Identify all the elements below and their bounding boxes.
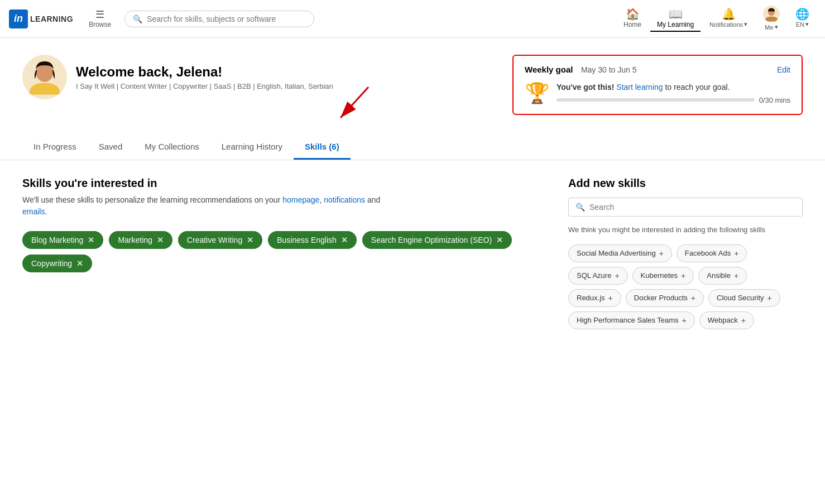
search-input[interactable] bbox=[147, 15, 306, 23]
home-icon: 🏠 bbox=[626, 8, 640, 20]
skills-title: Skills you're interested in bbox=[22, 177, 546, 190]
skills-left: Skills you're interested in We'll use th… bbox=[22, 177, 546, 329]
progress-label: 0/30 mins bbox=[759, 96, 790, 104]
progress-bar-container: 0/30 mins bbox=[557, 96, 790, 104]
weekly-goal-title-area: Weekly goal May 30 to Jun 5 bbox=[525, 65, 637, 75]
add-docker-products-icon: + bbox=[691, 294, 696, 303]
skill-tag-copywriting[interactable]: Copywriting ✕ bbox=[22, 255, 92, 272]
skill-tag-marketing[interactable]: Marketing ✕ bbox=[109, 231, 172, 249]
remove-seo[interactable]: ✕ bbox=[496, 236, 503, 244]
tabs-section: In Progress Saved My Collections Learnin… bbox=[0, 124, 825, 160]
tab-skills[interactable]: Skills (6) bbox=[294, 135, 351, 160]
skill-tag-seo[interactable]: Search Engine Optimization (SEO) ✕ bbox=[362, 231, 512, 249]
skill-tag-blog-marketing[interactable]: Blog Marketing ✕ bbox=[22, 231, 103, 249]
tab-learning-history[interactable]: Learning History bbox=[210, 135, 294, 160]
bell-icon: 🔔 bbox=[722, 8, 736, 20]
add-redux-js-icon: + bbox=[608, 294, 613, 303]
nav-notifications[interactable]: 🔔 Notifications ▾ bbox=[703, 6, 754, 31]
browse-button[interactable]: ☰ Browse bbox=[84, 7, 116, 31]
skills-right: Add new skills 🔍 We think you might be i… bbox=[568, 177, 803, 329]
skills-description: We'll use these skills to personalize th… bbox=[22, 194, 546, 218]
message-bold: You've got this! bbox=[557, 83, 614, 92]
tabs: In Progress Saved My Collections Learnin… bbox=[22, 135, 803, 160]
remove-creative-writing[interactable]: ✕ bbox=[247, 236, 253, 244]
remove-marketing[interactable]: ✕ bbox=[157, 236, 164, 244]
remove-copywriting[interactable]: ✕ bbox=[76, 259, 83, 268]
tab-saved[interactable]: Saved bbox=[88, 135, 134, 160]
profile-section: Welcome back, Jelena! I Say It Well | Co… bbox=[0, 38, 825, 115]
notifications-link[interactable]: notifications bbox=[324, 195, 365, 204]
en-chevron: ▾ bbox=[805, 21, 809, 28]
search-bar[interactable]: 🔍 bbox=[124, 11, 314, 27]
add-skills-title: Add new skills bbox=[568, 177, 803, 190]
homepage-link[interactable]: homepage bbox=[282, 195, 319, 204]
nav-home[interactable]: 🏠 Home bbox=[617, 6, 648, 32]
nav-en[interactable]: 🌐 EN ▾ bbox=[789, 6, 816, 31]
suggested-skill-webpack[interactable]: Webpack + bbox=[699, 311, 754, 329]
add-skills-input[interactable] bbox=[589, 203, 795, 212]
book-icon: 📖 bbox=[669, 8, 683, 20]
tab-my-collections[interactable]: My Collections bbox=[133, 135, 210, 160]
weekly-goal-date: May 30 to Jun 5 bbox=[581, 65, 637, 74]
suggested-skill-redux-js[interactable]: Redux.js + bbox=[568, 289, 621, 307]
globe-icon: 🌐 bbox=[795, 8, 809, 20]
suggested-skill-sql-azure[interactable]: SQL Azure + bbox=[568, 267, 628, 285]
tab-in-progress[interactable]: In Progress bbox=[22, 135, 88, 160]
search-icon: 🔍 bbox=[133, 15, 142, 23]
skills-main: Skills you're interested in We'll use th… bbox=[0, 160, 825, 346]
weekly-goal-header: Weekly goal May 30 to Jun 5 Edit bbox=[525, 65, 790, 75]
add-facebook-ads-icon: + bbox=[734, 249, 738, 258]
learning-label: LEARNING bbox=[30, 15, 73, 23]
add-cloud-security-icon: + bbox=[768, 294, 772, 303]
en-label: EN ▾ bbox=[796, 21, 809, 28]
message-link[interactable]: Start learning bbox=[616, 83, 663, 92]
remove-blog-marketing[interactable]: ✕ bbox=[88, 236, 94, 244]
edit-button[interactable]: Edit bbox=[777, 65, 790, 74]
weekly-goal-title: Weekly goal bbox=[525, 65, 573, 74]
trophy-icon: 🏆 bbox=[525, 81, 550, 105]
weekly-goal-text-area: You've got this! Start learning to reach… bbox=[557, 83, 790, 104]
add-skills-search-bar[interactable]: 🔍 bbox=[568, 198, 803, 217]
skill-tag-business-english[interactable]: Business English ✕ bbox=[268, 231, 357, 249]
suggested-skill-facebook-ads[interactable]: Facebook Ads + bbox=[677, 244, 747, 262]
add-webpack-icon: + bbox=[741, 316, 746, 325]
me-chevron: ▾ bbox=[775, 23, 778, 31]
emails-link[interactable]: emails bbox=[22, 207, 45, 216]
nav-my-learning[interactable]: 📖 My Learning bbox=[650, 6, 701, 32]
suggested-skill-docker-products[interactable]: Docker Products + bbox=[626, 289, 704, 307]
browse-icon: ☰ bbox=[95, 9, 104, 20]
logo[interactable]: in LEARNING bbox=[9, 9, 73, 28]
navbar: in LEARNING ☰ Browse 🔍 🏠 Home 📖 My Learn… bbox=[0, 0, 825, 38]
remove-business-english[interactable]: ✕ bbox=[341, 236, 348, 244]
suggested-skill-cloud-security[interactable]: Cloud Security + bbox=[708, 289, 780, 307]
profile-avatar-image bbox=[25, 57, 64, 97]
suggested-skill-ansible[interactable]: Ansible + bbox=[698, 267, 747, 285]
notifications-chevron: ▾ bbox=[744, 21, 747, 28]
linkedin-icon: in bbox=[9, 9, 28, 28]
skill-tag-creative-writing[interactable]: Creative Writing ✕ bbox=[178, 231, 262, 249]
suggested-skill-high-performance-sales-teams[interactable]: High Performance Sales Teams + bbox=[568, 311, 695, 329]
message-rest: to reach your goal. bbox=[665, 83, 730, 92]
notifications-label: Notifications ▾ bbox=[709, 21, 747, 28]
suggested-skill-kubernetes[interactable]: Kubernetes + bbox=[632, 267, 694, 285]
avatar bbox=[763, 6, 780, 22]
browse-label: Browse bbox=[89, 21, 111, 28]
my-learning-label: My Learning bbox=[657, 21, 694, 28]
home-label: Home bbox=[623, 21, 641, 28]
navbar-right: 🏠 Home 📖 My Learning 🔔 Notifications ▾ bbox=[617, 3, 816, 34]
add-kubernetes-icon: + bbox=[681, 271, 685, 280]
weekly-goal-box: Weekly goal May 30 to Jun 5 Edit 🏆 You'v… bbox=[512, 55, 803, 115]
me-label: Me ▾ bbox=[765, 23, 778, 31]
nav-me[interactable]: Me ▾ bbox=[756, 3, 786, 34]
profile-left: Welcome back, Jelena! I Say It Well | Co… bbox=[22, 55, 333, 99]
add-sql-azure-icon: + bbox=[615, 271, 619, 280]
add-ansible-icon: + bbox=[734, 271, 738, 280]
skill-tags: Blog Marketing ✕ Marketing ✕ Creative Wr… bbox=[22, 231, 546, 272]
suggested-intro-text: We think you might be interested in addi… bbox=[568, 224, 803, 236]
progress-bar bbox=[557, 98, 755, 102]
profile-info: Welcome back, Jelena! I Say It Well | Co… bbox=[76, 64, 333, 90]
weekly-goal-body: 🏆 You've got this! Start learning to rea… bbox=[525, 81, 790, 105]
suggested-skill-social-media-advertising[interactable]: Social Media Advertising + bbox=[568, 244, 672, 262]
add-social-media-advertising-icon: + bbox=[659, 249, 664, 258]
profile-name: Welcome back, Jelena! bbox=[76, 64, 333, 80]
